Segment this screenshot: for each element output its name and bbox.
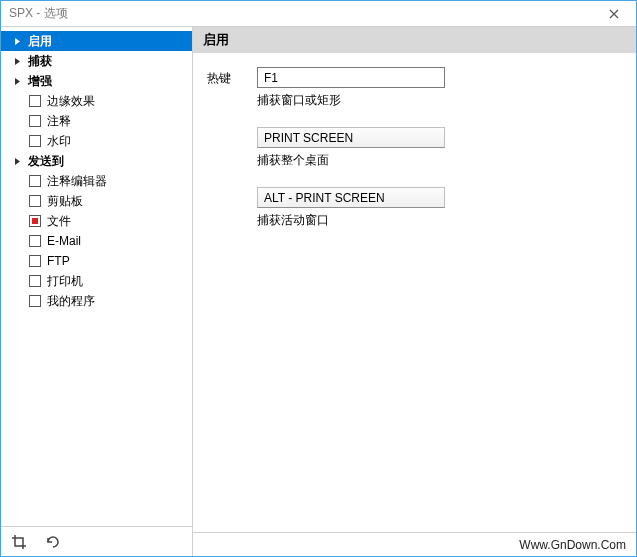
nav-child[interactable]: 我的程序 bbox=[1, 291, 192, 311]
sidebar-footer bbox=[1, 526, 192, 556]
check-indicator bbox=[32, 218, 38, 224]
crop-icon bbox=[11, 534, 27, 550]
expand-icon bbox=[13, 37, 22, 46]
undo-button[interactable] bbox=[41, 530, 65, 554]
checkbox[interactable] bbox=[29, 275, 41, 287]
nav-node[interactable]: 捕获 bbox=[1, 51, 192, 71]
app-window: SPX - 选项 启用捕获增强边缘效果注释水印发送到注释编辑器剪贴板文件E-Ma… bbox=[0, 0, 637, 557]
titlebar: SPX - 选项 bbox=[1, 1, 636, 27]
expand-icon bbox=[13, 77, 22, 86]
hotkey-label: 热键 bbox=[207, 67, 257, 87]
nav-child-label: 注释 bbox=[47, 113, 71, 130]
nav-child[interactable]: 注释 bbox=[1, 111, 192, 131]
nav-child[interactable]: 文件 bbox=[1, 211, 192, 231]
nav-child[interactable]: E-Mail bbox=[1, 231, 192, 251]
footer: Www.GnDown.Com bbox=[193, 532, 636, 556]
nav-child-label: 打印机 bbox=[47, 273, 83, 290]
checkbox[interactable] bbox=[29, 135, 41, 147]
nav-child[interactable]: 打印机 bbox=[1, 271, 192, 291]
nav-child-label: 剪贴板 bbox=[47, 193, 83, 210]
content-pane: 启用 热键 捕获窗口或矩形PRINT SCREEN捕获整个桌面ALT - PRI… bbox=[193, 27, 636, 556]
sidebar: 启用捕获增强边缘效果注释水印发送到注释编辑器剪贴板文件E-MailFTP打印机我… bbox=[1, 27, 193, 556]
nav-child-label: 注释编辑器 bbox=[47, 173, 107, 190]
nav-node[interactable]: 启用 bbox=[1, 31, 192, 51]
hotkey-fields: 捕获窗口或矩形PRINT SCREEN捕获整个桌面ALT - PRINT SCR… bbox=[257, 67, 622, 247]
undo-icon bbox=[45, 534, 61, 550]
nav-node-label: 增强 bbox=[28, 73, 52, 90]
hotkey-desc: 捕获窗口或矩形 bbox=[257, 92, 622, 109]
hotkey-row: 热键 捕获窗口或矩形PRINT SCREEN捕获整个桌面ALT - PRINT … bbox=[207, 67, 622, 247]
hotkey-display[interactable]: PRINT SCREEN bbox=[257, 127, 445, 148]
nav-child[interactable]: 水印 bbox=[1, 131, 192, 151]
checkbox[interactable] bbox=[29, 95, 41, 107]
nav-node[interactable]: 发送到 bbox=[1, 151, 192, 171]
hotkey-display[interactable]: ALT - PRINT SCREEN bbox=[257, 187, 445, 208]
nav-child[interactable]: FTP bbox=[1, 251, 192, 271]
checkbox[interactable] bbox=[29, 115, 41, 127]
nav-child-label: E-Mail bbox=[47, 234, 81, 248]
nav-child[interactable]: 注释编辑器 bbox=[1, 171, 192, 191]
close-icon bbox=[609, 9, 619, 19]
close-button[interactable] bbox=[592, 1, 636, 27]
nav-child-label: 边缘效果 bbox=[47, 93, 95, 110]
hotkey-desc: 捕获活动窗口 bbox=[257, 212, 622, 229]
checkbox[interactable] bbox=[29, 195, 41, 207]
nav-node-label: 启用 bbox=[28, 33, 52, 50]
window-title: SPX - 选项 bbox=[9, 5, 592, 22]
checkbox[interactable] bbox=[29, 175, 41, 187]
nav-child-label: 水印 bbox=[47, 133, 71, 150]
expand-icon bbox=[13, 157, 22, 166]
content-heading: 启用 bbox=[193, 27, 636, 53]
hotkey-desc: 捕获整个桌面 bbox=[257, 152, 622, 169]
checkbox[interactable] bbox=[29, 215, 41, 227]
nav-node-label: 捕获 bbox=[28, 53, 52, 70]
expand-icon bbox=[13, 57, 22, 66]
checkbox[interactable] bbox=[29, 235, 41, 247]
nav-child-label: 文件 bbox=[47, 213, 71, 230]
hotkey-input[interactable] bbox=[257, 67, 445, 88]
checkbox[interactable] bbox=[29, 255, 41, 267]
nav-tree: 启用捕获增强边缘效果注释水印发送到注释编辑器剪贴板文件E-MailFTP打印机我… bbox=[1, 27, 192, 526]
body: 启用捕获增强边缘效果注释水印发送到注释编辑器剪贴板文件E-MailFTP打印机我… bbox=[1, 27, 636, 556]
nav-node-label: 发送到 bbox=[28, 153, 64, 170]
nav-child[interactable]: 剪贴板 bbox=[1, 191, 192, 211]
crop-button[interactable] bbox=[7, 530, 31, 554]
content-body: 热键 捕获窗口或矩形PRINT SCREEN捕获整个桌面ALT - PRINT … bbox=[193, 53, 636, 532]
nav-child-label: 我的程序 bbox=[47, 293, 95, 310]
nav-child[interactable]: 边缘效果 bbox=[1, 91, 192, 111]
checkbox[interactable] bbox=[29, 295, 41, 307]
footer-text: Www.GnDown.Com bbox=[519, 538, 626, 552]
nav-child-label: FTP bbox=[47, 254, 70, 268]
nav-node[interactable]: 增强 bbox=[1, 71, 192, 91]
